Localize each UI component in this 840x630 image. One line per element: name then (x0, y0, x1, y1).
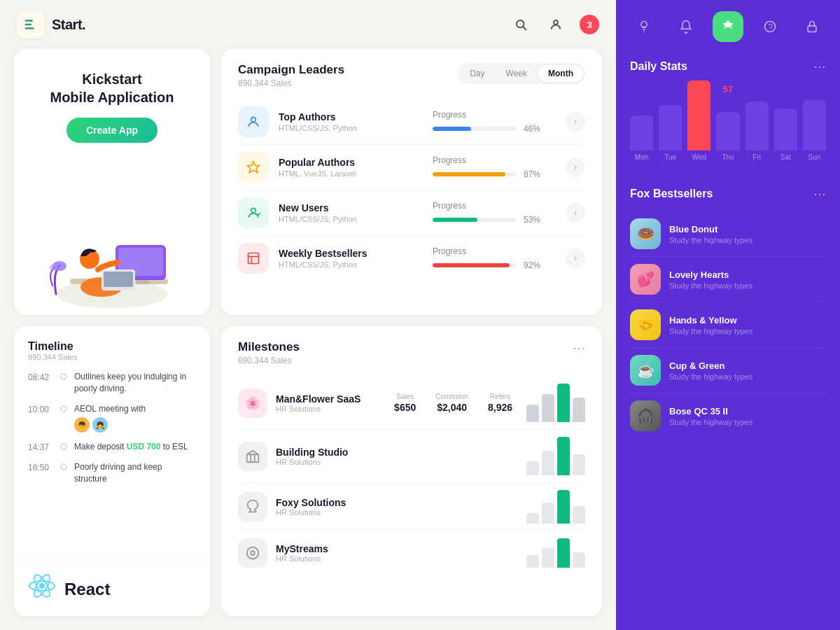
milestones-header: Milestones 890,344 Sales ⋯ (238, 340, 585, 365)
kickstart-title: Kickstart Mobile Application (50, 70, 174, 106)
leaders-list: Top Authors HTML/CSS/JS, Python Progress… (238, 99, 585, 281)
campaign-tab-group: Day Week Month (458, 63, 585, 84)
svg-marker-18 (248, 162, 260, 173)
milestone-chart-3 (526, 490, 585, 524)
nav-icon-bell[interactable] (671, 11, 701, 42)
bs-sub-4: Study the highway types (669, 372, 752, 381)
svg-text:?: ? (769, 22, 774, 31)
bs-thumb-hands-yellow: 🤝 (630, 309, 661, 340)
content-grid: Kickstart Mobile Application Create App (0, 49, 616, 630)
nav-icon-fox[interactable] (713, 11, 743, 42)
milestone-chart-4 (526, 538, 585, 568)
kickstart-card: Kickstart Mobile Application Create App (14, 49, 210, 315)
milestone-name-1: Man&Flower SaaS (276, 393, 394, 405)
bestseller-lovely-hearts: 💕 Lovely Hearts Study the highway types (630, 257, 826, 302)
leader-icon-1 (238, 106, 269, 137)
timeline-card: Timeline 890,344 Sales 08:42 Outlines ke… (14, 326, 210, 616)
daily-stats-chart: 57 Mon Tue Wed Thu Fri (630, 84, 826, 175)
leader-chevron-3[interactable]: › (566, 203, 585, 223)
milestone-row-1: 🌸 Man&Flower SaaS HR Solutions Sales $65… (238, 377, 585, 430)
tl-dot-1 (60, 373, 67, 380)
daily-stats-more-btn[interactable]: ⋯ (813, 59, 826, 74)
milestone-row-3: Foxy Solutions HR Solutions (238, 483, 585, 531)
nav-icon-help[interactable]: ? (755, 11, 785, 42)
chart-bar-fri: Fri (746, 102, 769, 161)
bs-name-5: Bose QC 35 II (669, 406, 752, 416)
daily-stats-title: Daily Stats (630, 60, 687, 73)
leader-row-4: Weekly Bestsellers HTML/CSS/JS, Python P… (238, 236, 585, 281)
search-icon[interactable] (510, 13, 532, 36)
react-label: React (64, 580, 110, 599)
logo-text: Start. (52, 17, 85, 33)
chart-bar-wed: Wed (687, 80, 710, 161)
milestones-card: Milestones 890,344 Sales ⋯ 🌸 Man&Flower … (221, 326, 602, 616)
milestone-icon-2 (238, 442, 267, 471)
milestones-more-btn[interactable]: ⋯ (573, 340, 585, 356)
header: Start. 3 (0, 0, 616, 49)
fox-bestsellers-more-btn[interactable]: ⋯ (813, 186, 826, 202)
milestone-row-2: Building Studio HR Solutions (238, 430, 585, 483)
milestone-chart-1 (526, 384, 585, 422)
milestones-subtitle: 890,344 Sales (238, 356, 300, 365)
svg-line-4 (523, 27, 526, 29)
header-right: 3 (510, 13, 599, 36)
timeline-item-4: 16:50 Poorly driving and keep structure (28, 461, 196, 485)
logo-icon (17, 10, 45, 38)
main-area: Start. 3 Kickstart Mobile Application Cr… (0, 0, 616, 630)
bestseller-bose-qc35: 🎧 Bose QC 35 II Study the highway types (630, 393, 826, 438)
bs-name-2: Lovely Hearts (669, 270, 752, 280)
create-app-button[interactable]: Create App (66, 118, 158, 143)
kickstart-illustration (35, 203, 189, 315)
react-badge: React (14, 562, 210, 616)
react-icon (28, 572, 56, 606)
chart-peak-label: 57 (723, 84, 733, 94)
campaign-header: Campaign Leaders 890,344 Sales Day Week … (238, 63, 585, 88)
svg-rect-27 (247, 454, 259, 462)
bs-name-4: Cup & Green (669, 360, 752, 371)
timeline-item-3: 14:37 Make deposit USD 700 to ESL (28, 441, 196, 453)
daily-stats-header: Daily Stats ⋯ (630, 59, 826, 74)
leader-chevron-4[interactable]: › (566, 248, 585, 268)
fox-bestsellers-title: Fox Bestsellers (630, 188, 713, 200)
leader-row-2: Popular Authors HTML, VueJS, Laravel Pro… (238, 145, 585, 190)
milestone-name-3: Foxy Solutions (276, 497, 526, 508)
timeline-subtitle: 890,344 Sales (28, 353, 196, 361)
bs-sub-1: Study the highway types (669, 236, 752, 244)
milestone-icon-3 (238, 492, 267, 522)
notification-badge[interactable]: 3 (580, 15, 599, 34)
milestone-name-4: MyStreams (276, 543, 526, 554)
svg-point-29 (251, 551, 255, 555)
leader-row-1: Top Authors HTML/CSS/JS, Python Progress… (238, 99, 585, 145)
chart-bar-sat: Sat (774, 108, 797, 161)
milestone-name-2: Building Studio (276, 447, 526, 458)
timeline-title: Timeline (28, 340, 196, 353)
svg-point-23 (39, 583, 45, 589)
leader-chevron-2[interactable]: › (566, 158, 585, 177)
leader-row-3: New Users HTML/CSS/JS, Python Progress 5… (238, 190, 585, 236)
leader-icon-4 (238, 243, 269, 274)
tab-day[interactable]: Day (460, 65, 494, 82)
bs-thumb-cup-green: ☕ (630, 355, 661, 386)
svg-point-28 (247, 547, 259, 559)
svg-point-5 (554, 20, 558, 24)
leader-chevron-1[interactable]: › (566, 112, 585, 132)
tab-week[interactable]: Week (496, 65, 537, 82)
avatar-2: 👧 (92, 417, 108, 433)
chart-bar-tue: Tue (659, 105, 682, 161)
nav-icon-lightbulb[interactable] (629, 11, 659, 42)
right-panel: ? Daily Stats ⋯ 57 Mon Tue (616, 0, 840, 630)
svg-point-19 (251, 208, 256, 213)
tab-month[interactable]: Month (538, 65, 583, 82)
milestone-icon-1: 🌸 (238, 388, 267, 418)
bs-thumb-bose-qc35: 🎧 (630, 400, 661, 431)
nav-icon-lock[interactable] (797, 11, 827, 42)
svg-rect-33 (808, 26, 816, 31)
user-icon[interactable] (545, 13, 567, 36)
svg-rect-10 (136, 280, 149, 284)
timeline-item-1: 08:42 Outlines keep you indulging in poo… (28, 371, 196, 395)
bestseller-hands-yellow: 🤝 Hands & Yellow Study the highway types (630, 302, 826, 348)
panel-nav: ? (616, 0, 840, 48)
daily-stats-section: Daily Stats ⋯ 57 Mon Tue Wed Thu (616, 48, 840, 186)
leader-icon-3 (238, 197, 269, 228)
bs-thumb-lovely-hearts: 💕 (630, 264, 661, 295)
